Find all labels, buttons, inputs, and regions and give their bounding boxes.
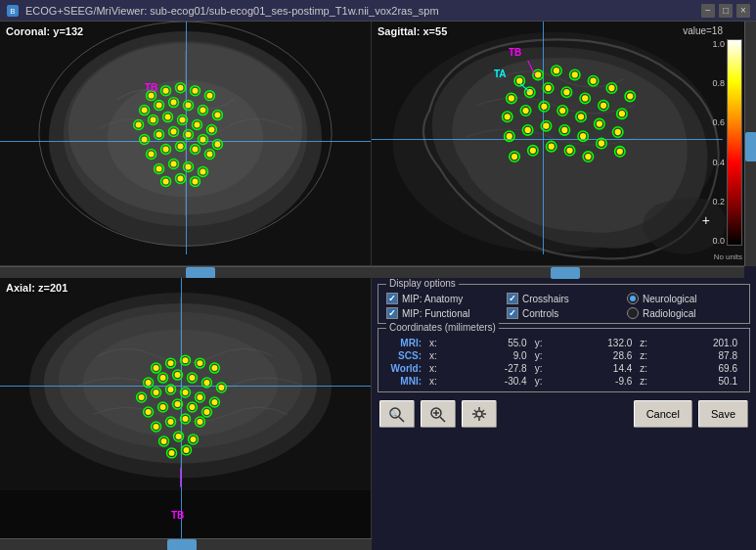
sagittal-value-label: value=18 <box>683 25 723 36</box>
coord-scs-label: SCS: <box>386 349 425 362</box>
cancel-button[interactable]: Cancel <box>634 400 692 428</box>
settings-icon <box>469 405 489 423</box>
settings-button[interactable] <box>462 400 497 428</box>
axial-view[interactable]: TB Axial: z=201 <box>0 278 372 538</box>
options-grid: ✓ MIP: Anatomy ✓ Crosshairs <box>386 293 741 319</box>
title-bar: B ECOG+SEEG/MriViewer: sub-ecog01/sub-ec… <box>0 0 756 22</box>
coord-mni-yl: y: <box>531 375 558 388</box>
neurological-radio[interactable] <box>627 293 639 304</box>
coord-mri-z: 201.0 <box>663 337 741 349</box>
option-radiological[interactable]: Radiological <box>627 307 741 319</box>
axial-slider-h[interactable] <box>0 538 372 550</box>
save-button[interactable]: Save <box>698 400 748 428</box>
svg-line-222 <box>440 417 445 422</box>
svg-line-232 <box>482 410 484 412</box>
coord-world-zl: z: <box>636 362 663 375</box>
crosshairs-label: Crosshairs <box>522 294 569 304</box>
mip-anatomy-checkbox[interactable]: ✓ <box>386 293 398 304</box>
coronal-view[interactable]: TB Coronal: y=132 <box>0 22 372 266</box>
crosshairs-checkbox[interactable]: ✓ <box>507 293 518 304</box>
coord-world-xl: x: <box>425 362 453 375</box>
controls-checkbox[interactable]: ✓ <box>507 307 518 319</box>
display-options-title: Display options <box>386 278 459 289</box>
option-mip-functional[interactable]: ✓ MIP: Functional <box>386 307 501 319</box>
sagittal-ta-label: TA <box>494 69 507 79</box>
coord-row-mri: MRI: x: 55.0 y: 132.0 z: 201.0 <box>386 337 741 349</box>
coordinates-table: MRI: x: 55.0 y: 132.0 z: 201.0 SCS: x: 9… <box>386 337 741 388</box>
option-mip-anatomy[interactable]: ✓ MIP: Anatomy <box>386 293 501 304</box>
sagittal-crosshair-v <box>543 22 544 254</box>
svg-text:🔍: 🔍 <box>390 410 398 418</box>
coronal-crosshair-v <box>186 22 187 254</box>
controls-label: Controls <box>522 308 558 319</box>
coord-scs-x: 9.0 <box>453 349 531 362</box>
coronal-label: Coronal: y=132 <box>6 25 83 37</box>
title-controls: − □ × <box>701 4 750 18</box>
maximize-button[interactable]: □ <box>719 4 733 18</box>
coord-row-scs: SCS: x: 9.0 y: 28.6 z: 87.8 <box>386 349 741 362</box>
option-controls[interactable]: ✓ Controls <box>507 307 621 319</box>
axial-crosshair-v <box>181 278 182 538</box>
app-icon: B <box>6 4 20 18</box>
sagittal-crosshair-h <box>372 139 723 140</box>
axial-crosshair-h <box>0 386 372 387</box>
coord-mri-xl: x: <box>425 337 453 349</box>
svg-line-230 <box>474 410 476 412</box>
option-neurological[interactable]: Neurological <box>627 293 741 304</box>
svg-line-219 <box>399 417 404 422</box>
coord-scs-z: 87.8 <box>663 349 741 362</box>
coord-mni-z: 50.1 <box>663 375 741 388</box>
coord-scs-xl: x: <box>425 349 453 362</box>
coord-scs-y: 28.6 <box>558 349 637 362</box>
sagittal-slider-v[interactable] <box>744 22 756 266</box>
radiological-label: Radiological <box>643 308 695 319</box>
coord-row-world: World: x: -27.8 y: 14.4 z: 69.6 <box>386 362 741 375</box>
zoom-button[interactable]: 🔍 <box>379 400 415 428</box>
coord-world-x: -27.8 <box>453 362 531 375</box>
mip-functional-checkbox[interactable]: ✓ <box>386 307 398 319</box>
axial-label: Axial: z=201 <box>6 282 67 294</box>
coordinates-box: Coordinates (milimeters) MRI: x: 55.0 y:… <box>378 328 750 392</box>
coord-world-label: World: <box>386 362 425 375</box>
option-crosshairs[interactable]: ✓ Crosshairs <box>507 293 621 304</box>
close-button[interactable]: × <box>736 4 750 18</box>
left-panel: TB Coronal: y=132 <box>0 22 372 550</box>
coord-mri-zl: z: <box>636 337 663 349</box>
axial-tb-label: TB <box>171 510 184 521</box>
zoom-plus-icon <box>428 405 448 423</box>
coord-mri-label: MRI: <box>386 337 425 349</box>
minimize-button[interactable]: − <box>701 4 715 18</box>
colorbar <box>727 39 742 246</box>
colorbar-labels: 1.0 0.8 0.6 0.4 0.2 0.0 <box>712 39 725 246</box>
coord-mri-y: 132.0 <box>558 337 637 349</box>
coord-mri-yl: y: <box>531 337 558 349</box>
colorbar-units: No units <box>714 252 742 261</box>
display-options: Display options ✓ MIP: Anatomy ✓ Crossha… <box>378 284 750 324</box>
title-text: ECOG+SEEG/MriViewer: sub-ecog01/sub-ecog… <box>25 5 439 17</box>
coord-world-y: 14.4 <box>558 362 637 375</box>
mip-functional-label: MIP: Functional <box>402 308 469 319</box>
svg-text:B: B <box>10 7 15 16</box>
coord-mni-xl: x: <box>425 375 453 388</box>
coord-mri-x: 55.0 <box>453 337 531 349</box>
coord-row-mni: MNI: x: -30.4 y: -9.6 z: 50.1 <box>386 375 741 388</box>
coord-scs-zl: z: <box>636 349 663 362</box>
zoom-plus-button[interactable] <box>421 400 456 428</box>
sagittal-tb-label: TB <box>509 47 521 58</box>
coronal-slider-h[interactable] <box>0 266 372 278</box>
coord-mni-zl: z: <box>636 375 663 388</box>
radiological-radio[interactable] <box>627 307 639 319</box>
sagittal-slider-h[interactable] <box>372 266 744 278</box>
zoom-icon: 🔍 <box>387 405 407 423</box>
coord-mni-y: -9.6 <box>558 375 637 388</box>
svg-point-225 <box>476 411 482 417</box>
sagittal-plus-marker: + <box>702 212 710 228</box>
coord-scs-yl: y: <box>531 349 558 362</box>
right-panel: TB TA + Sagittal: x=55 value=18 1.0 0.8 … <box>372 22 756 550</box>
bottom-buttons: 🔍 <box>376 394 752 434</box>
svg-line-231 <box>482 416 484 418</box>
coord-mni-x: -30.4 <box>453 375 531 388</box>
sagittal-view[interactable]: TB TA + Sagittal: x=55 value=18 1.0 0.8 … <box>372 22 744 266</box>
main-content: TB Coronal: y=132 <box>0 22 756 550</box>
coord-mni-label: MNI: <box>386 375 425 388</box>
